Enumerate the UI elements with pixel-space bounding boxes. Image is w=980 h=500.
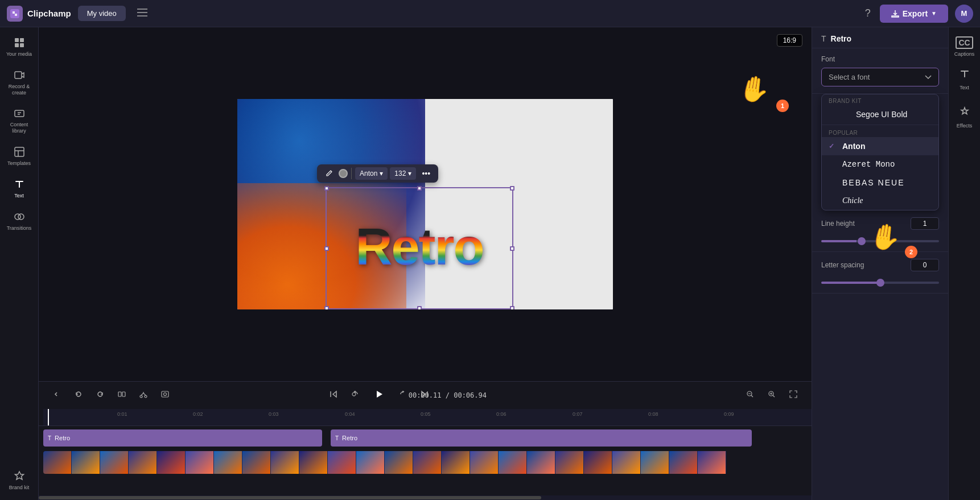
selection-handle-bm[interactable] [417, 306, 422, 309]
font-size: 132 [394, 170, 406, 177]
more-options-button[interactable]: ••• [418, 167, 434, 180]
svg-point-13 [145, 395, 147, 398]
line-height-slider[interactable] [821, 240, 939, 242]
font-dropdown-arrow: ▾ [380, 170, 383, 177]
strip-frame-3 [100, 451, 129, 474]
letter-spacing-slider[interactable] [821, 282, 939, 284]
strip-frame-21 [612, 451, 641, 474]
timeline-controls: 00:00.11 / 00:06.94 [39, 382, 812, 409]
font-name-segoe: Segoe UI Bold [856, 110, 907, 119]
font-item-segoe[interactable]: Segoe UI Bold [822, 105, 938, 123]
my-video-tab[interactable]: My video [78, 6, 126, 21]
text-color-picker[interactable] [339, 169, 348, 178]
frp-text[interactable]: Text [950, 64, 979, 95]
sidebar-item-text[interactable]: Text [2, 173, 36, 204]
retro-text-overlay: Retro [326, 190, 513, 304]
video-strip[interactable] [43, 451, 751, 474]
svg-point-12 [140, 395, 142, 398]
svg-rect-7 [15, 147, 24, 156]
timeline-section: 00:00.11 / 00:06.94 [39, 381, 812, 500]
strip-frame-22 [641, 451, 669, 474]
fullscreen-button[interactable] [784, 387, 802, 403]
font-item-anton[interactable]: Anton [822, 137, 938, 155]
sidebar-item-content-library[interactable]: Content library [2, 102, 36, 139]
zoom-in-button[interactable] [763, 387, 781, 403]
video-canvas: ↻ Retro Anton [237, 99, 613, 309]
text-clip-1[interactable]: T Retro [43, 429, 322, 447]
timeline-collapse-button[interactable] [48, 387, 66, 403]
content-library-icon [13, 107, 26, 119]
hamburger-button[interactable] [133, 5, 152, 22]
clip-label-1: Retro [55, 435, 70, 441]
text-track-row: T Retro T Retro [39, 428, 812, 449]
strip-frame-18 [527, 451, 555, 474]
font-item-azeret[interactable]: Azeret Mono [822, 155, 938, 173]
redo-button[interactable] [91, 387, 109, 403]
export-label: Export [903, 9, 928, 18]
ruler-mark-007: 0:07 [573, 411, 583, 417]
sidebar-item-record-create[interactable]: Record & create [2, 64, 36, 101]
scrollbar-thumb[interactable] [39, 496, 541, 499]
strip-frame-8 [242, 451, 271, 474]
export-arrow: ▼ [931, 10, 937, 16]
strip-frame-17 [499, 451, 527, 474]
preview-area: 16:9 ↻ [39, 27, 812, 381]
sidebar-item-your-media[interactable]: Your media [2, 32, 36, 62]
font-item-chicle[interactable]: Chicle [822, 192, 938, 210]
selection-handle-bl[interactable] [324, 306, 329, 309]
font-dropdown: Brand kit Segoe UI Bold Popular Anton Az… [821, 94, 939, 210]
frp-captions[interactable]: CC Captions [950, 32, 979, 61]
split-button[interactable] [113, 387, 131, 403]
play-button[interactable] [370, 386, 388, 404]
timeline-scrollbar[interactable] [39, 495, 812, 500]
rp-title-icon: T [821, 34, 826, 43]
text-clip-2[interactable]: T Retro [331, 429, 752, 447]
line-height-value[interactable]: 1 [911, 217, 939, 230]
aspect-ratio-badge: 16:9 [777, 34, 802, 47]
font-selector[interactable]: Anton ▾ [355, 167, 388, 180]
font-section: Font Select a font [812, 48, 948, 94]
font-placeholder: Select a font [829, 73, 870, 81]
sidebar-item-transitions[interactable]: Transitions [2, 206, 36, 236]
zoom-out-button[interactable] [741, 387, 759, 403]
edit-text-button[interactable] [322, 167, 336, 180]
help-button[interactable]: ? [863, 5, 873, 22]
rp-title: Retro [831, 34, 852, 43]
sidebar-item-label-text: Text [14, 193, 24, 199]
strip-frame-7 [214, 451, 242, 474]
sidebar-item-brand-kit[interactable]: Brand kit [2, 465, 36, 495]
skip-back-button[interactable] [324, 387, 343, 403]
selection-handle-br[interactable] [510, 306, 514, 309]
media-library-button[interactable] [156, 387, 174, 403]
letter-spacing-section: Letter spacing 0 [812, 252, 948, 294]
font-size-selector[interactable]: 132 ▾ [390, 167, 416, 180]
frp-captions-label: Captions [954, 51, 975, 57]
export-button[interactable]: Export ▼ [880, 5, 948, 23]
svg-point-9 [18, 214, 24, 220]
strip-frame-4 [129, 451, 157, 474]
sidebar-item-templates[interactable]: Templates [2, 141, 36, 171]
letter-spacing-value[interactable]: 0 [911, 259, 939, 271]
svg-rect-3 [15, 43, 19, 47]
logo-icon [7, 6, 23, 22]
cut-button[interactable] [134, 387, 153, 403]
toolbar-separator [351, 168, 352, 179]
strip-frame-6 [186, 451, 214, 474]
ruler-mark-002: 0:02 [193, 411, 203, 417]
undo-button[interactable] [69, 387, 88, 403]
clip-icon-2: T [335, 435, 339, 441]
playhead[interactable] [48, 409, 49, 425]
letter-spacing-label: Letter spacing [821, 261, 864, 269]
sidebar-item-label-brand-kit: Brand kit [9, 485, 30, 491]
right-panel: T Retro Font Select a font Brand kit Seg… [812, 27, 948, 500]
letter-spacing-slider-container [821, 276, 939, 286]
strip-frame-16 [470, 451, 499, 474]
font-item-bebas[interactable]: BEBAS NEUE [822, 173, 938, 192]
ruler-mark-004: 0:04 [345, 411, 355, 417]
frp-effects-label: Effects [957, 123, 972, 129]
left-sidebar: Your media Record & create Content libra… [0, 27, 39, 500]
font-select-box[interactable]: Select a font [821, 68, 939, 86]
frp-effects[interactable]: Effects [950, 102, 979, 133]
rewind-button[interactable] [347, 387, 365, 403]
svg-rect-11 [122, 392, 125, 396]
